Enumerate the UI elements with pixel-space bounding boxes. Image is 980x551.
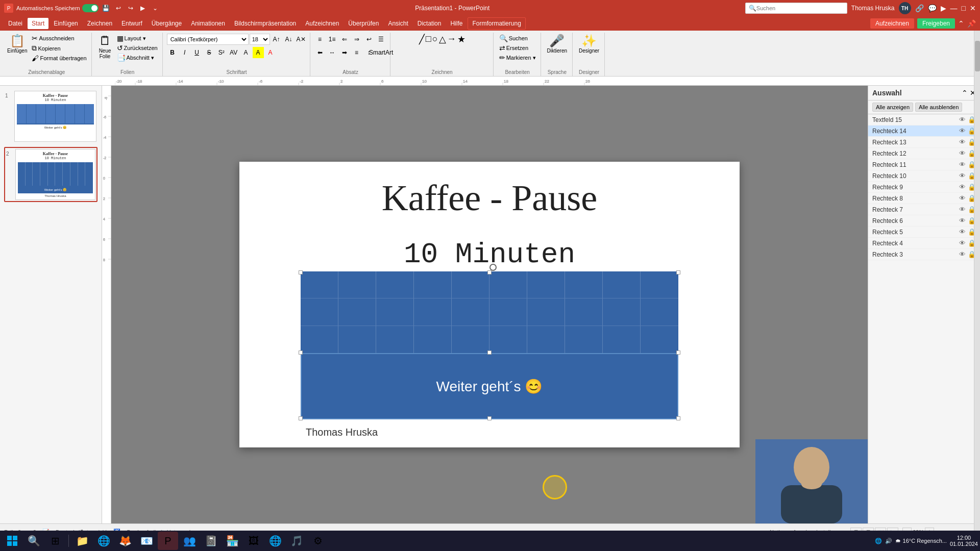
settings-btn[interactable]: ⚙: [308, 532, 328, 550]
font-family-select[interactable]: Calibri (Textkörper): [167, 34, 249, 45]
selection-item[interactable]: Rechteck 13👁🔒: [868, 137, 980, 148]
bold-btn[interactable]: B: [167, 47, 178, 58]
close-btn[interactable]: ✕: [970, 4, 976, 12]
handle-bl-tc[interactable]: [487, 350, 492, 355]
handle-tr[interactable]: [676, 270, 680, 274]
handle-bl-tl[interactable]: [299, 350, 303, 355]
visibility-icon[interactable]: 👁: [959, 251, 966, 258]
powerpoint-taskbar-btn[interactable]: P: [158, 532, 178, 550]
align-center-btn[interactable]: ↔: [327, 47, 338, 58]
record-button[interactable]: Aufzeichnen: [870, 18, 914, 29]
font-size-select[interactable]: 18: [250, 34, 270, 45]
cut-button[interactable]: ✂ Ausschneiden: [30, 34, 88, 43]
slide-preview-1[interactable]: Kaffee - Pause 10 Minuten Weiter geht's: [14, 91, 96, 142]
visibility-icon[interactable]: 👁: [959, 206, 966, 213]
rtl-btn[interactable]: ↩: [363, 34, 375, 45]
present-btn[interactable]: ▶: [941, 4, 946, 12]
selection-item[interactable]: Rechteck 14👁🔒: [868, 126, 980, 137]
menu-ueberpruefen[interactable]: Überprüfen: [344, 18, 383, 29]
menu-ansicht[interactable]: Ansicht: [384, 18, 412, 29]
start-button[interactable]: [2, 532, 22, 550]
visibility-icon[interactable]: 👁: [959, 228, 966, 236]
maximize-btn[interactable]: □: [962, 4, 966, 12]
selection-item[interactable]: Rechteck 3👁🔒: [868, 249, 980, 260]
menu-dictation[interactable]: Dictation: [413, 18, 446, 29]
underline-btn[interactable]: U: [191, 47, 203, 58]
selection-item[interactable]: Rechteck 6👁🔒: [868, 215, 980, 227]
menu-entwurf[interactable]: Entwurf: [117, 18, 146, 29]
select-button[interactable]: ✏ Markieren ▾: [498, 53, 537, 62]
spotify-btn[interactable]: 🎵: [286, 532, 307, 550]
edge-btn[interactable]: 🌐: [265, 532, 285, 550]
right-panel-scrollbar[interactable]: [974, 31, 980, 551]
dropdown-icon[interactable]: ⌄: [151, 4, 160, 13]
selection-item[interactable]: Rechteck 5👁🔒: [868, 227, 980, 238]
visibility-icon[interactable]: 👁: [959, 217, 966, 224]
selection-item[interactable]: Rechteck 11👁🔒: [868, 159, 980, 170]
clear-format-btn[interactable]: A✕: [296, 34, 307, 45]
layout-button[interactable]: ▦ Layout ▾: [115, 34, 159, 43]
onenote-btn[interactable]: 📓: [201, 532, 221, 550]
align-left-btn[interactable]: ⬅: [314, 47, 326, 58]
numbered-list-btn[interactable]: 1≡: [327, 34, 338, 45]
minimize-btn[interactable]: —: [950, 4, 958, 12]
firefox-btn[interactable]: 🦊: [115, 532, 135, 550]
scrollbar-thumb[interactable]: [975, 41, 980, 71]
show-all-button[interactable]: Alle anzeigen: [872, 103, 913, 112]
dictate-button[interactable]: 🎤 Diktieren: [545, 34, 569, 55]
share-icon[interactable]: 🔗: [915, 4, 924, 12]
comment-icon[interactable]: 💬: [928, 4, 937, 12]
selection-item[interactable]: Rechteck 8👁🔒: [868, 193, 980, 204]
handle-bl-bc[interactable]: [487, 416, 492, 420]
handle-bl-tr[interactable]: [676, 350, 680, 355]
menu-zeichnen[interactable]: Zeichnen: [83, 18, 116, 29]
oval-tool[interactable]: ○: [432, 34, 438, 44]
share-button[interactable]: Freigeben: [917, 18, 955, 29]
menu-formformatierung[interactable]: Formformatierung: [468, 17, 525, 30]
rotate-handle[interactable]: [489, 264, 497, 271]
handle-tl[interactable]: [299, 270, 303, 274]
align-right-btn[interactable]: ➡: [339, 47, 350, 58]
indent-less-btn[interactable]: ⇐: [339, 34, 350, 45]
menu-animationen[interactable]: Animationen: [187, 18, 229, 29]
menu-bildschirm[interactable]: Bildschirmpräsentation: [230, 18, 300, 29]
replace-button[interactable]: ⇄ Ersetzen: [498, 43, 537, 53]
menu-aufzeichnen[interactable]: Aufzeichnen: [301, 18, 343, 29]
selection-item[interactable]: Rechteck 4👁🔒: [868, 238, 980, 249]
explorer-btn[interactable]: 📁: [72, 532, 92, 550]
new-slide-button[interactable]: 🗒 NeueFolie: [96, 34, 114, 60]
ribbon-collapse-icon[interactable]: ⌃: [958, 19, 964, 28]
autosave-switch[interactable]: [82, 4, 99, 12]
undo-icon[interactable]: ↩: [114, 4, 123, 13]
ribbon-pin-icon[interactable]: 📌: [967, 19, 976, 28]
selection-item[interactable]: Rechteck 7👁🔒: [868, 204, 980, 215]
bullet-list-btn[interactable]: ≡: [314, 34, 326, 45]
shadow-btn[interactable]: S²: [216, 47, 227, 58]
photos-btn[interactable]: 🖼: [243, 532, 264, 550]
menu-uebergaenge[interactable]: Übergänge: [148, 18, 186, 29]
panel-collapse-icon[interactable]: ⌃: [962, 89, 968, 97]
visibility-icon[interactable]: 👁: [959, 239, 966, 247]
user-avatar[interactable]: TH: [899, 2, 911, 14]
save-icon[interactable]: 💾: [102, 4, 111, 13]
selection-item[interactable]: Rechteck 9👁🔒: [868, 182, 980, 193]
line-tool[interactable]: ╱: [419, 34, 425, 45]
mail-btn[interactable]: 📧: [136, 532, 157, 550]
designer-button[interactable]: ✨ Designer: [577, 34, 601, 55]
present-icon[interactable]: ▶: [138, 4, 148, 13]
text-color-btn[interactable]: A: [265, 47, 276, 58]
menu-datei[interactable]: Datei: [4, 18, 27, 29]
search-box[interactable]: 🔍: [745, 3, 847, 14]
selection-item[interactable]: Rechteck 10👁🔒: [868, 170, 980, 182]
visibility-icon[interactable]: 👁: [959, 149, 966, 157]
canvas-area[interactable]: Kaffee - Pause 10 Minuten: [111, 86, 868, 523]
strikethrough-btn[interactable]: S: [204, 47, 215, 58]
handle-bl-bl[interactable]: [299, 416, 303, 420]
handle-tc[interactable]: [487, 270, 492, 274]
slide-preview-2[interactable]: Kaffee - Pause 10 Minuten Weiter geht's …: [15, 149, 95, 200]
indent-more-btn[interactable]: ⇒: [351, 34, 362, 45]
smartart-btn[interactable]: SmartArt: [376, 47, 387, 58]
rect-tool[interactable]: □: [426, 34, 431, 44]
menu-hilfe[interactable]: Hilfe: [446, 18, 467, 29]
col-btn[interactable]: ☰: [376, 34, 387, 45]
